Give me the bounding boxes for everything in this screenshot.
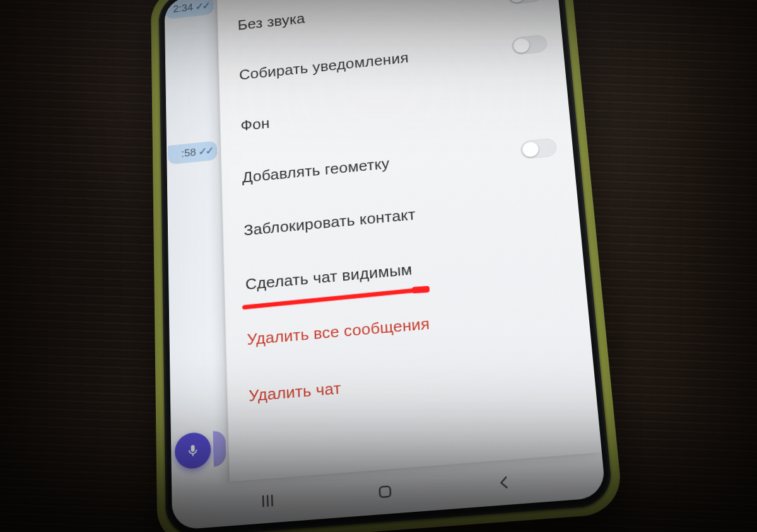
phone-screen: 2:34✓✓ :58✓✓: [165, 0, 606, 530]
nav-recent-button[interactable]: [249, 487, 288, 515]
setting-label: Сделать чат видимым: [245, 246, 568, 293]
voice-record-button[interactable]: [175, 431, 211, 470]
setting-label: Удалить все сообщения: [247, 302, 572, 349]
photo-scene: 2:34✓✓ :58✓✓: [0, 0, 757, 532]
bubble-time: 2:34: [173, 2, 193, 14]
microphone-icon: [185, 442, 201, 458]
home-icon: [375, 482, 394, 501]
recent-apps-icon: [259, 492, 277, 511]
setting-label: Удалить чат: [249, 359, 578, 405]
toggle-mute[interactable]: [507, 0, 543, 5]
chat-settings-panel: Без звука Собирать уведомления Фон: [216, 0, 602, 482]
toggle-geotag[interactable]: [520, 138, 557, 159]
read-ticks-icon: ✓✓: [195, 0, 209, 12]
setting-label: Добавлять геометку: [242, 142, 522, 187]
toggle-stack-notifications[interactable]: [511, 34, 548, 55]
phone-body: 2:34✓✓ :58✓✓: [158, 0, 613, 532]
nav-home-button[interactable]: [365, 478, 405, 506]
voice-record-button-partial: [213, 430, 226, 466]
svg-rect-0: [380, 486, 391, 497]
phone-case: 2:34✓✓ :58✓✓: [151, 0, 624, 532]
bubble-time: :58: [181, 147, 196, 159]
nav-back-button[interactable]: [484, 468, 525, 497]
chat-bubble: :58✓✓: [168, 141, 218, 164]
read-ticks-icon: ✓✓: [198, 145, 213, 158]
chat-bubble: 2:34✓✓: [165, 0, 213, 19]
back-icon: [495, 473, 514, 492]
